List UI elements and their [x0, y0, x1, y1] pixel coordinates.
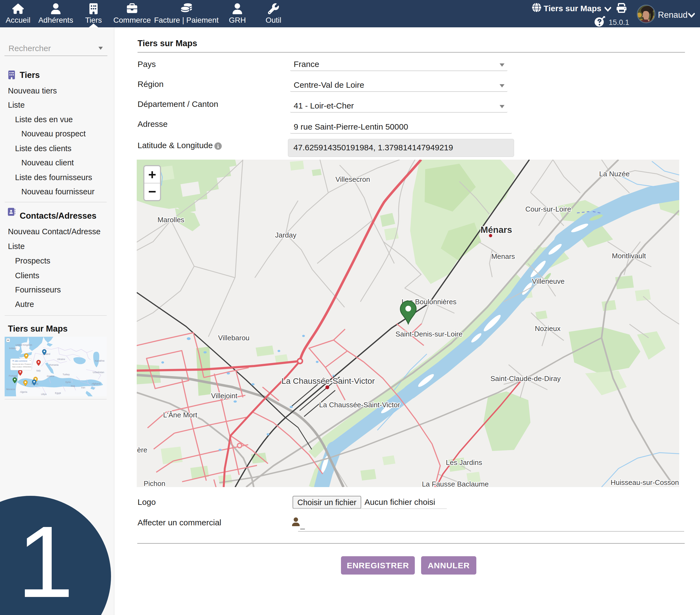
svg-text:×: × — [29, 359, 31, 362]
svg-text:Les Jardins: Les Jardins — [446, 459, 482, 467]
svg-text:Egypt: Egypt — [55, 392, 61, 394]
svg-text:Menars: Menars — [491, 252, 515, 261]
svg-text:Marolles: Marolles — [158, 216, 184, 224]
svg-text:Italy: Italy — [36, 369, 41, 372]
svg-text:Turkey: Turkey — [63, 373, 70, 376]
svg-text:Libya: Libya — [41, 393, 47, 396]
svg-text:La Fausse Baclaume: La Fausse Baclaume — [422, 480, 489, 487]
svg-text:Date creation: 04/02/2022: Date creation: 04/02/2022 — [12, 366, 32, 368]
svg-text:ère: ère — [137, 446, 147, 454]
svg-text:La Chaussée-Saint-Victor: La Chaussée-Saint-Victor — [319, 401, 400, 409]
svg-text:Morocco: Morocco — [6, 388, 15, 391]
svg-text:Montlivault: Montlivault — [612, 252, 646, 260]
svg-text:La Chaussée-Saint-Victor: La Chaussée-Saint-Victor — [282, 376, 375, 385]
svg-text:Cour-sur-Loire: Cour-sur-Loire — [525, 205, 571, 213]
svg-text:Villejoint: Villejoint — [211, 392, 238, 400]
svg-text:Portugal: Portugal — [9, 375, 17, 377]
svg-text:Iraq: Iraq — [71, 385, 75, 387]
svg-text:Kazakhst: Kazakhst — [95, 360, 105, 362]
svg-text:Greece: Greece — [47, 375, 54, 377]
svg-text:Ménars: Ménars — [480, 225, 512, 235]
svg-text:Huisseau-sur-Cosson: Huisseau-sur-Cosson — [611, 478, 679, 487]
svg-text:Pichon: Pichon — [143, 479, 165, 487]
svg-text:Romania: Romania — [49, 364, 59, 366]
svg-text:Syria: Syria — [65, 381, 71, 384]
svg-text:Villesecron: Villesecron — [336, 175, 370, 184]
svg-text:Jarday: Jarday — [275, 231, 297, 239]
svg-text:Saint-Claude-de-Diray: Saint-Claude-de-Diray — [490, 375, 561, 383]
svg-text:Saint-Denis-sur-Loire: Saint-Denis-sur-Loire — [396, 330, 463, 338]
svg-text:Ukraine: Ukraine — [57, 358, 65, 361]
svg-text:Algeria: Algeria — [20, 391, 27, 393]
svg-text:La Nuzée: La Nuzée — [599, 170, 629, 178]
svg-text:Villeneuve: Villeneuve — [532, 277, 565, 285]
svg-text:Villebarou: Villebarou — [218, 334, 249, 342]
svg-text:Nozieux: Nozieux — [535, 324, 561, 332]
svg-text:L'Âne Mort: L'Âne Mort — [163, 411, 198, 419]
svg-text:Iran: Iran — [81, 386, 85, 389]
svg-text:Uzbekistan: Uzbekistan — [93, 371, 104, 374]
svg-text:Ireland: Ireland — [9, 347, 16, 350]
svg-text:United Kingdom: United Kingdom — [16, 343, 32, 346]
svg-text:⚑ valec commerce: ⚑ valec commerce — [12, 360, 27, 362]
svg-text:Service de tiers: Prospect: Service de tiers: Prospect — [12, 363, 31, 365]
svg-text:Afghanis: Afghanis — [91, 382, 101, 385]
